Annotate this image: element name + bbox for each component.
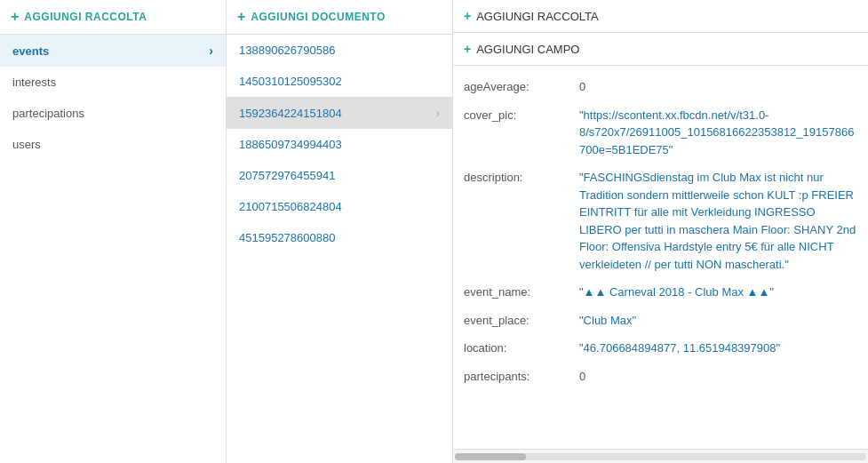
- collections-list: events›interestspartecipationsusers: [0, 35, 226, 463]
- collection-label: interests: [12, 76, 56, 89]
- field-value: "FASCHINGSdienstag im Club Max ist nicht…: [579, 169, 857, 273]
- document-label: 451595278600880: [239, 231, 335, 244]
- document-item-doc3[interactable]: 1592364224151804›: [227, 97, 452, 129]
- add-raccolta-icon: +: [464, 9, 471, 23]
- scrollbar-track: [455, 453, 866, 460]
- document-item-doc7[interactable]: 451595278600880: [227, 222, 452, 253]
- horizontal-scrollbar[interactable]: [453, 449, 868, 463]
- collection-label: users: [12, 138, 41, 151]
- field-row: description:"FASCHINGSdienstag im Club M…: [464, 164, 857, 278]
- document-item-doc6[interactable]: 2100715506824804: [227, 191, 452, 222]
- document-item-doc5[interactable]: 207572976455941: [227, 160, 452, 191]
- scrollbar-thumb: [455, 453, 526, 460]
- field-key: location:: [464, 339, 579, 357]
- document-label: 1450310125095302: [239, 75, 342, 88]
- field-key: cover_pic:: [464, 107, 579, 124]
- field-row: location:"46.706684894877, 11.6519483979…: [464, 334, 857, 363]
- add-field-label: AGGIUNGI CAMPO: [476, 43, 579, 56]
- collection-label: partecipations: [12, 107, 84, 120]
- document-label: 138890626790586: [239, 44, 335, 57]
- document-item-doc4[interactable]: 1886509734994403: [227, 129, 452, 160]
- document-item-doc2[interactable]: 1450310125095302: [227, 66, 452, 97]
- document-label: 1592364224151804: [239, 107, 342, 120]
- sidebar-item-users[interactable]: users: [0, 129, 226, 160]
- add-field-row[interactable]: + AGGIUNGI CAMPO: [453, 33, 868, 65]
- field-value: "46.706684894877, 11.651948397908": [579, 339, 857, 357]
- collections-header[interactable]: + AGGIUNGI RACCOLTA: [0, 0, 226, 35]
- field-key: event_place:: [464, 312, 579, 330]
- field-value: 0: [579, 78, 857, 96]
- add-raccolta-label: AGGIUNGI RACCOLTA: [476, 10, 598, 23]
- sidebar-item-events[interactable]: events›: [0, 35, 226, 67]
- field-key: event_name:: [464, 283, 579, 301]
- field-value: "https://scontent.xx.fbcdn.net/v/t31.0-8…: [579, 107, 857, 159]
- field-row: ageAverage:0: [464, 73, 857, 101]
- field-value: "Club Max": [579, 312, 857, 330]
- detail-header: + AGGIUNGI RACCOLTA + AGGIUNGI CAMPO: [453, 0, 868, 66]
- field-row: cover_pic:"https://scontent.xx.fbcdn.net…: [464, 101, 857, 164]
- add-collection-label: AGGIUNGI RACCOLTA: [24, 11, 147, 23]
- documents-list: 1388906267905861450310125095302159236422…: [227, 35, 452, 463]
- document-label: 2100715506824804: [239, 200, 342, 213]
- main-layout: + AGGIUNGI RACCOLTA events›interestspart…: [0, 0, 868, 463]
- chevron-right-icon: ›: [209, 44, 213, 58]
- documents-header[interactable]: + AGGIUNGI DOCUMENTO: [227, 0, 452, 35]
- documents-panel: + AGGIUNGI DOCUMENTO 1388906267905861450…: [227, 0, 453, 463]
- sidebar-item-partecipations[interactable]: partecipations: [0, 98, 226, 129]
- field-key: ageAverage:: [464, 78, 579, 96]
- document-label: 207572976455941: [239, 169, 335, 182]
- collections-panel: + AGGIUNGI RACCOLTA events›interestspart…: [0, 0, 227, 463]
- detail-panel: + AGGIUNGI RACCOLTA + AGGIUNGI CAMPO age…: [453, 0, 868, 463]
- collection-label: events: [12, 44, 49, 58]
- document-label: 1886509734994403: [239, 138, 342, 151]
- field-value: "▲▲ Carneval 2018 - Club Max ▲▲": [579, 283, 857, 301]
- add-field-icon: +: [464, 42, 471, 56]
- chevron-right-icon: ›: [435, 106, 440, 120]
- sidebar-item-interests[interactable]: interests: [0, 67, 226, 98]
- detail-content: ageAverage:0cover_pic:"https://scontent.…: [453, 66, 868, 449]
- field-row: event_place:"Club Max": [464, 307, 857, 335]
- add-document-label: AGGIUNGI DOCUMENTO: [251, 11, 385, 23]
- document-item-doc1[interactable]: 138890626790586: [227, 35, 452, 66]
- detail-header-top[interactable]: + AGGIUNGI RACCOLTA: [453, 0, 868, 33]
- field-key: partecipants:: [464, 368, 579, 386]
- add-document-icon: +: [237, 9, 245, 25]
- field-row: partecipants:0: [464, 363, 857, 391]
- field-row: event_name:"▲▲ Carneval 2018 - Club Max …: [464, 278, 857, 307]
- add-collection-icon: +: [11, 9, 19, 25]
- field-value: 0: [579, 368, 857, 386]
- field-key: description:: [464, 169, 579, 187]
